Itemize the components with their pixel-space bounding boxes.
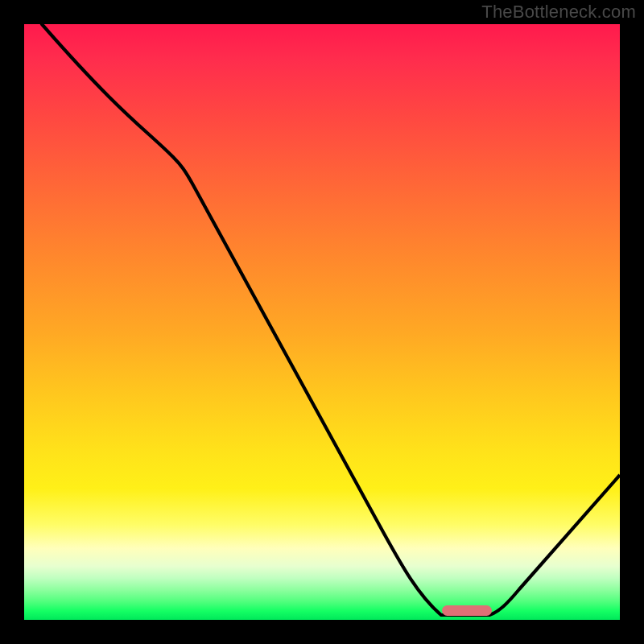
chart-frame: TheBottleneck.com: [0, 0, 644, 644]
optimal-marker: [442, 605, 492, 616]
watermark-text: TheBottleneck.com: [481, 2, 636, 23]
plot-area: [24, 24, 620, 620]
curve-line: [24, 24, 620, 620]
bottleneck-curve-path: [24, 24, 620, 615]
